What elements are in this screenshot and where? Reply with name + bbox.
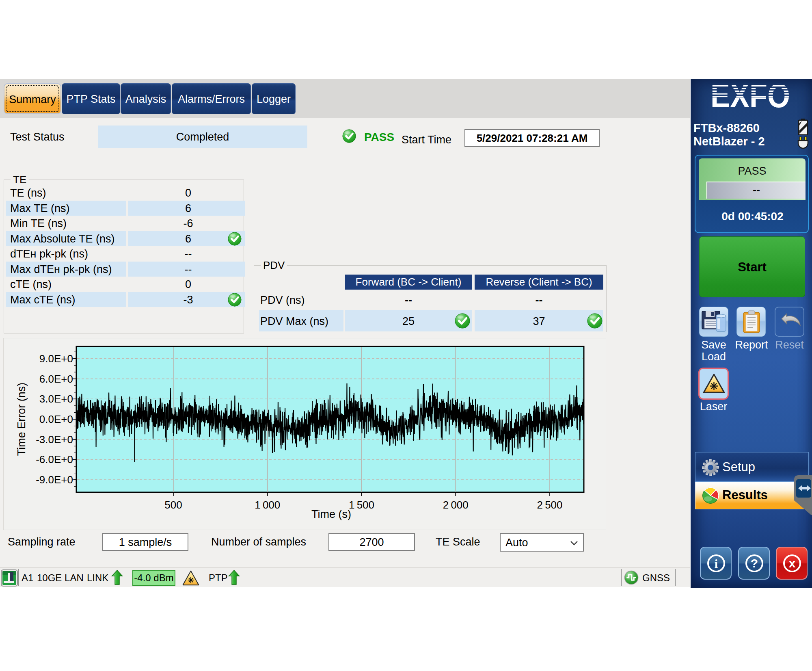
svg-text:Time Error (ns): Time Error (ns): [15, 383, 28, 456]
svg-text:3.0E+0: 3.0E+0: [39, 393, 73, 405]
svg-text:1 000: 1 000: [255, 499, 280, 511]
svg-text:-6.0E+0: -6.0E+0: [36, 453, 73, 465]
svg-text:2 500: 2 500: [537, 499, 562, 511]
svg-text:500: 500: [164, 499, 182, 511]
svg-text:9.0E+0: 9.0E+0: [39, 353, 73, 365]
svg-text:Time (s): Time (s): [311, 508, 351, 520]
svg-text:-3.0E+0: -3.0E+0: [36, 433, 73, 446]
svg-text:-9.0E+0: -9.0E+0: [36, 474, 73, 486]
svg-text:?: ?: [751, 556, 758, 570]
svg-text:i: i: [715, 557, 718, 570]
svg-text:6.0E+0: 6.0E+0: [39, 373, 73, 385]
svg-text:1 500: 1 500: [349, 499, 374, 511]
svg-text:x: x: [789, 556, 796, 570]
svg-text:0.0E+0: 0.0E+0: [39, 413, 73, 425]
svg-text:2 000: 2 000: [443, 499, 469, 511]
